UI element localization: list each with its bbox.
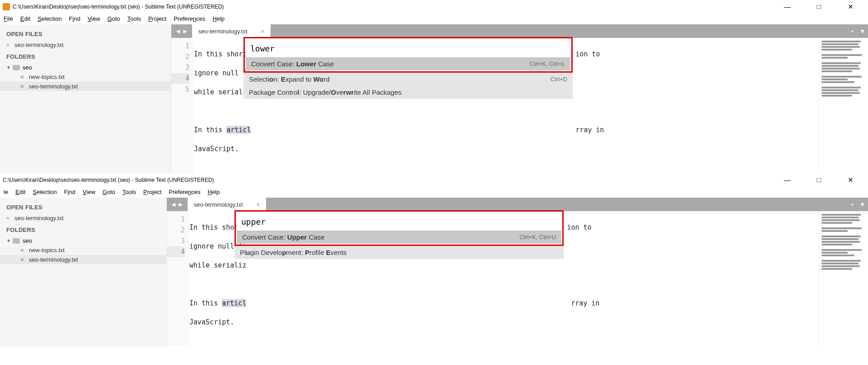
minimap[interactable] [818,211,868,347]
open-file-label: seo-terminology.txt [14,215,64,222]
menu-edit[interactable]: Edit [20,15,30,22]
maximize-button[interactable]: □ [808,176,829,184]
folder-file-item[interactable]: ≡ seo-terminology.txt [0,255,166,264]
menu-preferences[interactable]: Preferences [169,189,200,195]
folder-file-label: seo-terminology.txt [29,256,78,263]
nav-forward-icon[interactable]: ► [182,28,188,35]
new-tab-button[interactable]: + [848,201,857,208]
shortcut-label: Ctrl+K, Ctrl+U [519,234,556,240]
menu-tools[interactable]: Tools [122,189,136,195]
editor-area: ◄ ► seo-terminology.txt × + ▼ 1 2 3 4 [167,198,868,347]
gutter: 1 2 3 4 [167,211,189,347]
folder-file-label: seo-terminology.txt [29,83,78,90]
menubar: le Edit Selection Find View Goto Tools P… [0,187,868,198]
minimize-button[interactable]: — [777,3,798,11]
menu-find[interactable]: Find [64,189,75,195]
open-files-header: OPEN FILES [0,27,171,40]
menu-selection[interactable]: Selection [33,189,57,195]
palette-result[interactable]: Convert Case: Upper Case Ctrl+K, Ctrl+U [237,231,561,244]
folder-label: seo [23,64,32,71]
folder-root[interactable]: ▼ seo [0,236,166,245]
folders-header: FOLDERS [0,50,171,63]
nav-back-icon[interactable]: ◄ [170,201,177,208]
open-files-header: OPEN FILES [0,200,166,213]
menu-file[interactable]: File [4,15,13,22]
sublime-window-2: C:\Users\Kiran\Desktop\seo\seo-terminolo… [0,173,868,347]
close-icon[interactable]: × [6,215,11,222]
menu-project[interactable]: Project [143,189,161,195]
menu-view[interactable]: View [87,15,100,22]
menu-help[interactable]: Help [207,189,220,195]
file-icon: ≡ [19,74,25,80]
open-file-item[interactable]: × seo-terminology.txt [0,213,166,223]
sidebar: OPEN FILES × seo-terminology.txt FOLDERS… [0,198,167,347]
menu-edit[interactable]: Edit [15,189,25,195]
open-file-item[interactable]: × seo-terminology.txt [0,40,171,50]
close-button[interactable]: ✕ [840,3,861,11]
menu-project[interactable]: Project [148,15,166,22]
menu-find[interactable]: Find [69,15,80,22]
file-icon: ≡ [19,247,25,254]
tab-dropdown-icon[interactable]: ▼ [857,28,868,35]
command-palette-input[interactable] [246,39,570,57]
tab-active[interactable]: seo-terminology.txt × [192,24,271,38]
folders-header: FOLDERS [0,223,166,236]
new-tab-button[interactable]: + [848,28,857,35]
folder-file-item[interactable]: ≡ new-topics.txt [0,245,166,255]
window-title: C:\Users\Kiran\Desktop\seo\seo-terminolo… [13,4,777,10]
folder-file-label: new-topics.txt [29,74,64,80]
tabbar: ◄ ► seo-terminology.txt × + ▼ [171,24,868,38]
chevron-down-icon[interactable]: ▼ [6,65,11,70]
titlebar: C:\Users\Kiran\Desktop\seo\seo-terminolo… [0,0,868,14]
minimap[interactable] [818,38,868,173]
palette-result[interactable]: Convert Case: Lower Case Ctrl+K, Ctrl+L [246,57,570,70]
maximize-button[interactable]: □ [808,3,829,11]
palette-result[interactable]: Package Control: Upgrade/Overwrite All P… [243,86,573,99]
close-icon[interactable]: × [6,42,11,48]
tab-close-icon[interactable]: × [261,28,265,35]
shortcut-label: Ctrl+K, Ctrl+L [529,60,565,67]
window-controls: — □ ✕ [777,176,865,184]
editor-area: ◄ ► seo-terminology.txt × + ▼ 1 2 3 4 5 [171,24,868,173]
close-button[interactable]: ✕ [840,176,861,184]
window-controls: — □ ✕ [777,3,865,11]
tab-dropdown-icon[interactable]: ▼ [857,201,868,208]
minimize-button[interactable]: — [777,176,798,184]
menu-tools[interactable]: Tools [127,15,141,22]
nav-back-icon[interactable]: ◄ [175,28,181,35]
tabbar: ◄ ► seo-terminology.txt × + ▼ [167,198,868,211]
menu-goto[interactable]: Goto [102,189,115,195]
folder-file-item[interactable]: ≡ new-topics.txt [0,72,171,82]
sublime-window-1: C:\Users\Kiran\Desktop\seo\seo-terminolo… [0,0,868,173]
folder-icon [13,65,20,70]
chevron-down-icon[interactable]: ▼ [6,238,11,243]
tab-close-icon[interactable]: × [257,201,260,208]
tab-active[interactable]: seo-terminology.txt × [188,198,266,211]
file-icon: ≡ [19,256,25,263]
menu-preferences[interactable]: Preferences [174,15,205,22]
menu-help[interactable]: Help [212,15,225,22]
editor-body[interactable]: 1 2 3 4 5 In this short ion to ignore nu… [171,38,868,173]
app-icon [3,3,10,10]
command-palette-input[interactable] [237,213,561,231]
palette-result[interactable]: Selection: Expand to Word Ctrl+D [243,73,573,86]
file-icon: ≡ [19,83,25,90]
nav-forward-icon[interactable]: ► [178,201,184,208]
command-palette: Convert Case: Lower Case Ctrl+K, Ctrl+L … [243,37,573,99]
palette-result[interactable]: Plugin Development: Profile Events [234,246,564,259]
folder-root[interactable]: ▼ seo [0,63,171,72]
tab-label: seo-terminology.txt [194,201,243,208]
folder-icon [13,238,20,244]
menu-goto[interactable]: Goto [107,15,120,22]
titlebar: C:\Users\Kiran\Desktop\seo\seo-terminolo… [0,173,868,187]
menu-view[interactable]: View [83,189,95,195]
menu-selection[interactable]: Selection [37,15,61,22]
editor-body[interactable]: 1 2 3 4 In this shortion to ignore null … [167,211,868,347]
folder-label: seo [23,237,32,244]
menu-file[interactable]: le [4,189,8,195]
menubar: File Edit Selection Find View Goto Tools… [0,14,868,24]
command-palette: Convert Case: Upper Case Ctrl+K, Ctrl+U … [234,210,564,259]
tab-label: seo-terminology.txt [198,28,248,35]
folder-file-label: new-topics.txt [29,247,64,254]
folder-file-item[interactable]: ≡ seo-terminology.txt [0,82,171,91]
